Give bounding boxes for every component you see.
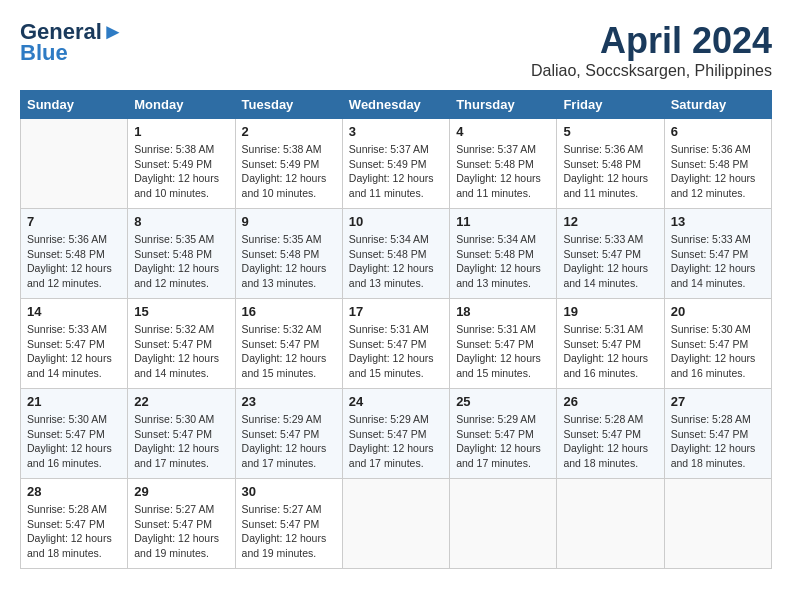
title-block: April 2024 Daliao, Soccsksargen, Philipp… [531, 20, 772, 80]
day-number: 13 [671, 214, 765, 229]
month-title: April 2024 [531, 20, 772, 62]
day-number: 19 [563, 304, 657, 319]
location: Daliao, Soccsksargen, Philippines [531, 62, 772, 80]
day-number: 3 [349, 124, 443, 139]
day-info: Sunrise: 5:30 AM Sunset: 5:47 PM Dayligh… [27, 412, 121, 471]
weekday-header-monday: Monday [128, 91, 235, 119]
day-info: Sunrise: 5:33 AM Sunset: 5:47 PM Dayligh… [27, 322, 121, 381]
calendar-day-cell: 8Sunrise: 5:35 AM Sunset: 5:48 PM Daylig… [128, 209, 235, 299]
day-number: 15 [134, 304, 228, 319]
calendar-day-cell: 2Sunrise: 5:38 AM Sunset: 5:49 PM Daylig… [235, 119, 342, 209]
day-info: Sunrise: 5:36 AM Sunset: 5:48 PM Dayligh… [671, 142, 765, 201]
calendar-day-cell: 30Sunrise: 5:27 AM Sunset: 5:47 PM Dayli… [235, 479, 342, 569]
calendar-week-row: 14Sunrise: 5:33 AM Sunset: 5:47 PM Dayli… [21, 299, 772, 389]
day-number: 4 [456, 124, 550, 139]
day-info: Sunrise: 5:38 AM Sunset: 5:49 PM Dayligh… [134, 142, 228, 201]
day-number: 9 [242, 214, 336, 229]
calendar-day-cell: 13Sunrise: 5:33 AM Sunset: 5:47 PM Dayli… [664, 209, 771, 299]
logo-blue: Blue [20, 40, 68, 66]
day-info: Sunrise: 5:36 AM Sunset: 5:48 PM Dayligh… [563, 142, 657, 201]
day-info: Sunrise: 5:33 AM Sunset: 5:47 PM Dayligh… [563, 232, 657, 291]
day-info: Sunrise: 5:32 AM Sunset: 5:47 PM Dayligh… [242, 322, 336, 381]
calendar-day-cell: 21Sunrise: 5:30 AM Sunset: 5:47 PM Dayli… [21, 389, 128, 479]
weekday-header-wednesday: Wednesday [342, 91, 449, 119]
calendar-day-cell: 4Sunrise: 5:37 AM Sunset: 5:48 PM Daylig… [450, 119, 557, 209]
day-info: Sunrise: 5:32 AM Sunset: 5:47 PM Dayligh… [134, 322, 228, 381]
day-number: 16 [242, 304, 336, 319]
day-number: 2 [242, 124, 336, 139]
day-info: Sunrise: 5:27 AM Sunset: 5:47 PM Dayligh… [134, 502, 228, 561]
day-info: Sunrise: 5:37 AM Sunset: 5:49 PM Dayligh… [349, 142, 443, 201]
day-info: Sunrise: 5:29 AM Sunset: 5:47 PM Dayligh… [349, 412, 443, 471]
day-number: 20 [671, 304, 765, 319]
calendar-day-cell: 25Sunrise: 5:29 AM Sunset: 5:47 PM Dayli… [450, 389, 557, 479]
calendar-week-row: 1Sunrise: 5:38 AM Sunset: 5:49 PM Daylig… [21, 119, 772, 209]
day-number: 10 [349, 214, 443, 229]
calendar-day-cell: 23Sunrise: 5:29 AM Sunset: 5:47 PM Dayli… [235, 389, 342, 479]
weekday-header-saturday: Saturday [664, 91, 771, 119]
day-number: 27 [671, 394, 765, 409]
calendar-day-cell: 20Sunrise: 5:30 AM Sunset: 5:47 PM Dayli… [664, 299, 771, 389]
day-info: Sunrise: 5:34 AM Sunset: 5:48 PM Dayligh… [456, 232, 550, 291]
day-info: Sunrise: 5:35 AM Sunset: 5:48 PM Dayligh… [242, 232, 336, 291]
calendar-day-cell: 22Sunrise: 5:30 AM Sunset: 5:47 PM Dayli… [128, 389, 235, 479]
calendar-day-cell: 12Sunrise: 5:33 AM Sunset: 5:47 PM Dayli… [557, 209, 664, 299]
calendar-day-cell: 17Sunrise: 5:31 AM Sunset: 5:47 PM Dayli… [342, 299, 449, 389]
day-number: 29 [134, 484, 228, 499]
calendar-day-cell: 9Sunrise: 5:35 AM Sunset: 5:48 PM Daylig… [235, 209, 342, 299]
calendar-week-row: 21Sunrise: 5:30 AM Sunset: 5:47 PM Dayli… [21, 389, 772, 479]
day-number: 24 [349, 394, 443, 409]
day-number: 11 [456, 214, 550, 229]
day-info: Sunrise: 5:31 AM Sunset: 5:47 PM Dayligh… [456, 322, 550, 381]
calendar-day-cell: 11Sunrise: 5:34 AM Sunset: 5:48 PM Dayli… [450, 209, 557, 299]
calendar-day-cell [450, 479, 557, 569]
day-info: Sunrise: 5:28 AM Sunset: 5:47 PM Dayligh… [671, 412, 765, 471]
day-info: Sunrise: 5:34 AM Sunset: 5:48 PM Dayligh… [349, 232, 443, 291]
day-info: Sunrise: 5:37 AM Sunset: 5:48 PM Dayligh… [456, 142, 550, 201]
day-info: Sunrise: 5:29 AM Sunset: 5:47 PM Dayligh… [456, 412, 550, 471]
day-info: Sunrise: 5:30 AM Sunset: 5:47 PM Dayligh… [134, 412, 228, 471]
day-info: Sunrise: 5:35 AM Sunset: 5:48 PM Dayligh… [134, 232, 228, 291]
calendar-day-cell: 18Sunrise: 5:31 AM Sunset: 5:47 PM Dayli… [450, 299, 557, 389]
calendar-day-cell [342, 479, 449, 569]
day-info: Sunrise: 5:27 AM Sunset: 5:47 PM Dayligh… [242, 502, 336, 561]
day-number: 6 [671, 124, 765, 139]
day-info: Sunrise: 5:28 AM Sunset: 5:47 PM Dayligh… [27, 502, 121, 561]
day-info: Sunrise: 5:31 AM Sunset: 5:47 PM Dayligh… [563, 322, 657, 381]
day-info: Sunrise: 5:29 AM Sunset: 5:47 PM Dayligh… [242, 412, 336, 471]
day-number: 30 [242, 484, 336, 499]
day-number: 22 [134, 394, 228, 409]
calendar-day-cell: 6Sunrise: 5:36 AM Sunset: 5:48 PM Daylig… [664, 119, 771, 209]
day-number: 17 [349, 304, 443, 319]
calendar-day-cell: 1Sunrise: 5:38 AM Sunset: 5:49 PM Daylig… [128, 119, 235, 209]
day-number: 28 [27, 484, 121, 499]
day-info: Sunrise: 5:30 AM Sunset: 5:47 PM Dayligh… [671, 322, 765, 381]
day-number: 8 [134, 214, 228, 229]
calendar-day-cell: 5Sunrise: 5:36 AM Sunset: 5:48 PM Daylig… [557, 119, 664, 209]
day-info: Sunrise: 5:33 AM Sunset: 5:47 PM Dayligh… [671, 232, 765, 291]
day-number: 14 [27, 304, 121, 319]
day-info: Sunrise: 5:36 AM Sunset: 5:48 PM Dayligh… [27, 232, 121, 291]
calendar-day-cell: 15Sunrise: 5:32 AM Sunset: 5:47 PM Dayli… [128, 299, 235, 389]
calendar-day-cell: 27Sunrise: 5:28 AM Sunset: 5:47 PM Dayli… [664, 389, 771, 479]
calendar-day-cell: 7Sunrise: 5:36 AM Sunset: 5:48 PM Daylig… [21, 209, 128, 299]
weekday-header-thursday: Thursday [450, 91, 557, 119]
calendar-day-cell [664, 479, 771, 569]
weekday-header-friday: Friday [557, 91, 664, 119]
day-number: 7 [27, 214, 121, 229]
calendar-day-cell [557, 479, 664, 569]
day-info: Sunrise: 5:28 AM Sunset: 5:47 PM Dayligh… [563, 412, 657, 471]
calendar-day-cell: 26Sunrise: 5:28 AM Sunset: 5:47 PM Dayli… [557, 389, 664, 479]
day-number: 25 [456, 394, 550, 409]
weekday-header-tuesday: Tuesday [235, 91, 342, 119]
calendar-week-row: 28Sunrise: 5:28 AM Sunset: 5:47 PM Dayli… [21, 479, 772, 569]
calendar-day-cell: 16Sunrise: 5:32 AM Sunset: 5:47 PM Dayli… [235, 299, 342, 389]
day-number: 18 [456, 304, 550, 319]
calendar-day-cell: 10Sunrise: 5:34 AM Sunset: 5:48 PM Dayli… [342, 209, 449, 299]
calendar-day-cell: 24Sunrise: 5:29 AM Sunset: 5:47 PM Dayli… [342, 389, 449, 479]
day-number: 1 [134, 124, 228, 139]
calendar-table: SundayMondayTuesdayWednesdayThursdayFrid… [20, 90, 772, 569]
day-number: 5 [563, 124, 657, 139]
calendar-day-cell: 14Sunrise: 5:33 AM Sunset: 5:47 PM Dayli… [21, 299, 128, 389]
page-header: General► Blue April 2024 Daliao, Soccsks… [20, 20, 772, 80]
